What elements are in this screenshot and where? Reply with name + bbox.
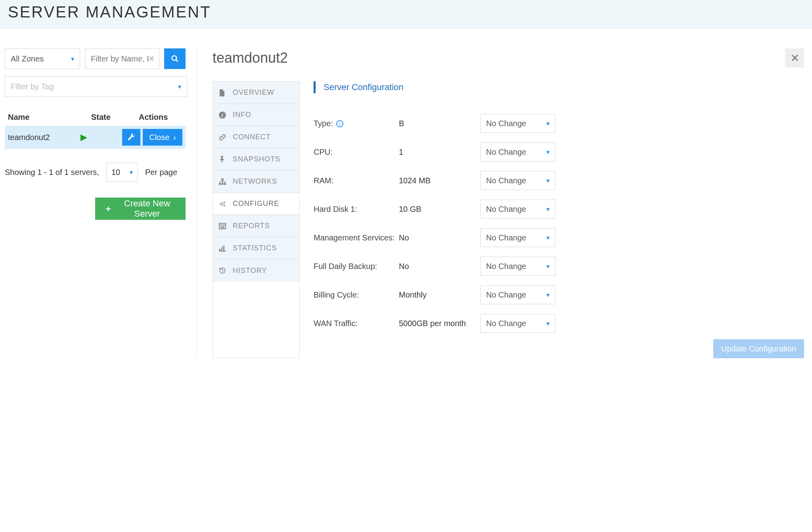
cfg-label: Billing Cycle: — [314, 290, 399, 300]
cfg-select-backup[interactable]: No Change▾ — [480, 257, 555, 276]
info-icon: i — [219, 111, 227, 119]
cfg-value: 1024 MB — [399, 176, 480, 185]
update-configuration-button[interactable]: Update Configuration — [713, 339, 804, 358]
name-filter-input[interactable] — [91, 54, 148, 63]
config-panel: Server Configuration Type: i B No Change… — [314, 81, 804, 358]
zone-select[interactable]: All Zones ▾ — [5, 48, 80, 69]
svg-rect-7 — [224, 183, 226, 185]
cfg-select-wan[interactable]: No Change▾ — [480, 314, 555, 333]
cogs-icon — [219, 200, 227, 207]
close-button-label: Close — [149, 133, 169, 142]
svg-point-9 — [224, 202, 225, 203]
svg-rect-5 — [219, 183, 221, 185]
sitemap-icon — [219, 179, 227, 185]
per-page-label: Per page — [145, 168, 177, 177]
chevron-down-icon: ▾ — [546, 120, 550, 127]
tab-networks[interactable]: NETWORKS — [213, 171, 299, 193]
tab-label: CONNECT — [233, 133, 271, 141]
search-icon — [171, 55, 179, 63]
tab-statistics[interactable]: STATISTICS — [213, 237, 299, 259]
config-row-disk: Hard Disk 1: 10 GB No Change▾ — [314, 195, 804, 223]
row-name: teamdonut2 — [8, 133, 80, 142]
cfg-label: CPU: — [314, 148, 399, 157]
server-list-panel: All Zones ▾ ✕ Filter by Tag ▾ Name State… — [0, 48, 190, 358]
config-row-cpu: CPU: 1 No Change▾ — [314, 138, 804, 166]
plus-icon: ＋ — [104, 203, 113, 215]
clear-icon[interactable]: ✕ — [148, 54, 155, 63]
link-icon — [219, 134, 227, 141]
cfg-value: B — [399, 119, 480, 128]
per-page-select[interactable]: 10 ▾ — [106, 163, 138, 182]
tab-reports[interactable]: REPORTS — [213, 215, 299, 237]
tab-label: INFO — [233, 111, 251, 119]
tab-history[interactable]: HISTORY — [213, 259, 299, 282]
svg-text:i: i — [222, 112, 224, 118]
tab-overview[interactable]: OVERVIEW — [213, 82, 299, 104]
cfg-label: RAM: — [314, 176, 399, 185]
stats-icon — [219, 245, 227, 252]
cfg-select-mgmt[interactable]: No Change▾ — [480, 228, 555, 247]
tab-connect[interactable]: CONNECT — [213, 126, 299, 148]
tab-label: HISTORY — [233, 267, 267, 275]
zone-select-value: All Zones — [11, 54, 44, 63]
config-row-backup: Full Daily Backup: No No Change▾ — [314, 252, 804, 280]
close-panel-button[interactable]: ✕ — [785, 48, 804, 67]
tab-snapshots[interactable]: SNAPSHOTS — [213, 148, 299, 171]
row-state: ▶ — [80, 132, 122, 142]
name-filter-wrap: ✕ — [85, 48, 159, 69]
cfg-select-cpu[interactable]: No Change▾ — [480, 142, 555, 161]
cfg-select-disk[interactable]: No Change▾ — [480, 200, 555, 219]
close-button[interactable]: Close › — [143, 129, 182, 146]
pager: Showing 1 - 1 of 1 servers, 10 ▾ Per pag… — [5, 163, 186, 182]
tab-configure[interactable]: CONFIGURE — [213, 193, 299, 215]
page-header: SERVER MANAGEMENT — [0, 0, 812, 29]
col-state-header: State — [91, 113, 139, 122]
config-row-wan: WAN Traffic: 5000GB per month No Change▾ — [314, 309, 804, 338]
tab-label: SNAPSHOTS — [233, 155, 280, 163]
search-button[interactable] — [164, 48, 186, 69]
close-icon: ✕ — [790, 52, 799, 65]
chevron-down-icon: ▾ — [178, 83, 181, 90]
chevron-down-icon: ▾ — [130, 169, 133, 176]
tab-info[interactable]: i INFO — [213, 104, 299, 126]
vertical-divider — [196, 48, 197, 358]
chevron-down-icon: ▾ — [546, 291, 550, 299]
tab-label: NETWORKS — [233, 177, 277, 186]
cfg-value: 10 GB — [399, 205, 480, 214]
config-row-ram: RAM: 1024 MB No Change▾ — [314, 166, 804, 195]
chevron-down-icon: ▾ — [546, 177, 550, 184]
config-row-mgmt: Management Services: No No Change▾ — [314, 223, 804, 252]
cfg-select-billing[interactable]: No Change▾ — [480, 285, 555, 304]
tag-filter-placeholder: Filter by Tag — [11, 82, 54, 91]
panel-title-row: Server Configuration — [314, 81, 804, 93]
play-icon: ▶ — [80, 132, 87, 142]
table-row[interactable]: teamdonut2 ▶ Close › — [5, 126, 186, 149]
chevron-down-icon: ▾ — [546, 148, 550, 156]
per-page-value: 10 — [111, 168, 120, 177]
info-icon[interactable]: i — [336, 120, 343, 127]
cfg-value: No — [399, 262, 480, 271]
showing-text: Showing 1 - 1 of 1 servers, — [5, 168, 99, 177]
create-server-button[interactable]: ＋ Create New Server — [95, 198, 186, 220]
create-button-label: Create New Server — [117, 198, 177, 219]
cfg-label: Management Services: — [314, 233, 399, 242]
history-icon — [219, 267, 227, 274]
svg-rect-16 — [221, 247, 222, 251]
cfg-select-type[interactable]: No Change▾ — [480, 114, 555, 133]
cfg-label: Hard Disk 1: — [314, 205, 399, 214]
chevron-down-icon: ▾ — [546, 263, 550, 270]
cfg-select-ram[interactable]: No Change▾ — [480, 171, 555, 190]
chevron-down-icon: ▾ — [546, 234, 550, 242]
svg-rect-17 — [223, 246, 224, 251]
col-name-header: Name — [8, 113, 91, 122]
chevron-down-icon: ▾ — [546, 206, 550, 213]
tag-filter-select[interactable]: Filter by Tag ▾ — [5, 76, 187, 97]
tab-label: OVERVIEW — [233, 88, 274, 97]
config-row-billing: Billing Cycle: Monthly No Change▾ — [314, 280, 804, 309]
cfg-value: 1 — [399, 148, 480, 157]
cfg-value: 5000GB per month — [399, 319, 480, 328]
page-title: SERVER MANAGEMENT — [8, 3, 804, 21]
report-icon — [219, 223, 227, 229]
configure-button[interactable] — [122, 129, 140, 146]
chevron-down-icon: ▾ — [546, 320, 550, 327]
